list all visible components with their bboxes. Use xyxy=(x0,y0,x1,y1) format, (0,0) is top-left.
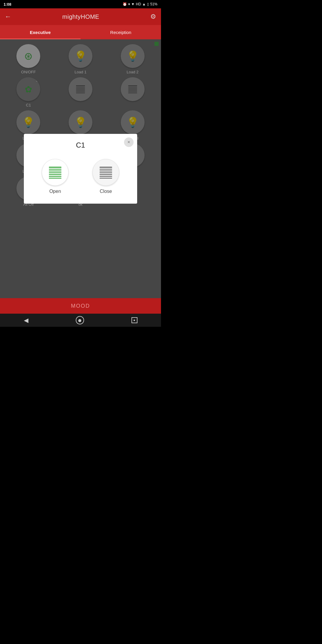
svg-rect-34 xyxy=(49,178,61,179)
battery-text: 51% xyxy=(150,2,157,6)
tab-receiption[interactable]: Receiption xyxy=(80,25,161,39)
nav-back-button[interactable]: ◀ xyxy=(24,317,28,324)
svg-rect-28 xyxy=(49,167,61,168)
svg-rect-30 xyxy=(49,171,61,171)
mood-label: MOOD xyxy=(71,303,90,309)
svg-rect-38 xyxy=(100,172,112,173)
svg-rect-36 xyxy=(100,169,112,170)
tabs-bar: Executive Receiption xyxy=(0,25,161,39)
modal-dialog: × C1 Open xyxy=(24,134,137,204)
signal-strength-icon: ▲ xyxy=(142,2,146,6)
modal-actions: Open Close xyxy=(30,159,131,194)
hd-label: HD xyxy=(136,2,141,6)
mood-bar[interactable]: MOOD xyxy=(0,298,161,314)
svg-rect-33 xyxy=(49,176,61,177)
tab-executive[interactable]: Executive xyxy=(0,25,80,39)
modal-close-button[interactable]: × xyxy=(124,137,134,147)
modal-open-label: Open xyxy=(49,189,61,194)
nav-bar: ◀ ⬤ ▪ xyxy=(0,314,161,327)
modal-close-label: Close xyxy=(100,189,112,194)
open-blind-icon xyxy=(47,164,63,180)
status-bar: 1:08 ⏰ ▾ ▼ HD ▲ ▯ ⏰ ▾ ▼ HD ▲ 🔋 51% 51% xyxy=(0,0,161,8)
svg-rect-29 xyxy=(49,169,61,170)
modal-close-action[interactable]: Close xyxy=(92,159,119,194)
modal-open-button[interactable] xyxy=(42,159,69,186)
app-bar: ← mightyHOME ⚙ xyxy=(0,8,161,25)
main-content: ⊛ ON/OFF 💡 Load 1 💡 Load 2 3 ✿ C1 xyxy=(0,39,161,298)
modal-title: C1 xyxy=(30,141,131,149)
modal-overlay: × C1 Open xyxy=(0,39,161,298)
nav-recents-button[interactable]: ▪ xyxy=(131,317,137,323)
svg-rect-35 xyxy=(100,167,112,168)
back-button[interactable]: ← xyxy=(5,13,11,21)
close-blind-icon xyxy=(98,164,114,180)
battery-icon: ▯ xyxy=(147,2,149,6)
settings-button[interactable]: ⚙ xyxy=(150,13,156,21)
alarm-icon: ⏰ xyxy=(123,2,127,6)
modal-close-btn[interactable] xyxy=(92,159,119,186)
svg-rect-41 xyxy=(100,178,112,179)
svg-rect-39 xyxy=(100,174,112,175)
wifi-icon: ▼ xyxy=(131,2,135,6)
app-title: mightyHOME xyxy=(62,13,99,20)
svg-rect-32 xyxy=(49,174,61,175)
svg-rect-31 xyxy=(49,172,61,173)
nav-home-button[interactable]: ⬤ xyxy=(76,316,84,324)
status-time: 1:08 xyxy=(4,2,11,7)
status-icons: ⏰ ▾ ▼ HD ▲ ▯ ⏰ ▾ ▼ HD ▲ 🔋 51% 51% xyxy=(123,2,157,6)
modal-open-action[interactable]: Open xyxy=(42,159,69,194)
svg-rect-40 xyxy=(100,176,112,177)
svg-rect-37 xyxy=(100,171,112,171)
signal-icon: ▾ xyxy=(128,2,130,6)
